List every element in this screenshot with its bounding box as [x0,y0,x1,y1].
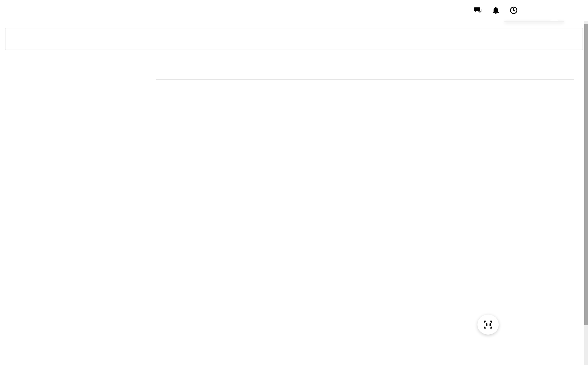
top-navbar [0,0,588,21]
dropdown-pointer [550,17,558,21]
notifications-bell-icon[interactable] [492,6,500,15]
add-location-button[interactable] [571,67,574,68]
content-header [156,61,574,74]
avatar [530,4,543,17]
barcode-scan-icon [483,319,493,330]
help-button[interactable] [567,5,577,15]
caret-down-icon [551,9,555,11]
scrollbar-thumb[interactable] [584,24,588,325]
settings-sidebar [6,59,149,59]
scan-fab-button[interactable] [477,315,499,335]
navbar-right [474,0,588,21]
divider [156,79,574,80]
page-header [5,28,583,50]
app-root [0,0,588,365]
chat-icon[interactable] [474,6,482,15]
clock-icon[interactable] [509,6,518,15]
